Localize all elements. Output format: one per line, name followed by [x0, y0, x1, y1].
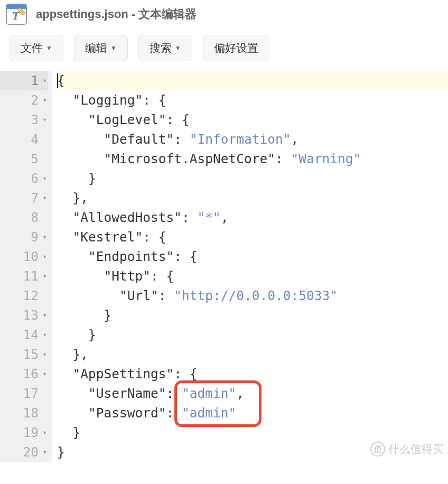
line-number: 3 — [17, 110, 39, 129]
line-number: 7 — [17, 188, 39, 208]
gutter-row[interactable]: 9▾ — [0, 227, 48, 247]
fold-toggle-icon[interactable]: ▾ — [41, 345, 47, 364]
fold-toggle-icon[interactable]: ▾ — [41, 442, 47, 462]
search-menu-label: 搜索 — [150, 41, 172, 55]
code-line: "UserName": "admin", — [57, 384, 448, 403]
line-number: 11 — [17, 266, 39, 286]
line-number: 1 — [17, 71, 39, 90]
edit-menu-label: 编辑 — [85, 41, 107, 55]
file-menu-button[interactable]: 文件 ▼ — [10, 35, 63, 61]
fold-toggle-icon[interactable]: ▾ — [41, 110, 47, 129]
line-number: 15 — [17, 345, 39, 364]
window-title: appsettings.json - 文本编辑器 — [36, 6, 197, 22]
search-menu-button[interactable]: 搜索 ▼ — [138, 35, 192, 61]
gutter-row[interactable]: 11▾ — [0, 266, 48, 286]
preferences-label: 偏好设置 — [214, 41, 258, 55]
code-line: "AllowedHosts": "*", — [57, 208, 448, 227]
line-number: 4 — [17, 129, 39, 149]
fold-toggle-icon[interactable]: ▾ — [41, 266, 47, 286]
code-line: { — [57, 71, 448, 90]
fold-toggle-icon[interactable]: ▾ — [41, 325, 47, 345]
gutter-row[interactable]: 3▾ — [0, 110, 48, 129]
code-area[interactable]: { "Logging": { "LogLevel": { "Default": … — [52, 71, 448, 462]
fold-toggle-icon[interactable]: ▾ — [41, 169, 47, 188]
line-number: 17 — [17, 384, 39, 403]
code-line: "Url": "http://0.0.0.0:5033" — [57, 286, 448, 305]
watermark-icon: 值 — [370, 442, 385, 457]
line-number: 13 — [17, 305, 39, 325]
fold-toggle-icon[interactable]: ▾ — [41, 423, 47, 442]
code-line: "Default": "Information", — [57, 129, 448, 149]
line-number: 20 — [17, 442, 39, 462]
code-line: "AppSettings": { — [57, 364, 448, 384]
gutter-row[interactable]: 17 — [0, 384, 48, 403]
gutter-row[interactable]: 14▾ — [0, 325, 48, 345]
code-line: "LogLevel": { — [57, 110, 448, 129]
toolbar: 文件 ▼ 编辑 ▼ 搜索 ▼ 偏好设置 — [0, 35, 448, 71]
file-menu-label: 文件 — [21, 41, 43, 55]
gutter-row[interactable]: 4 — [0, 129, 48, 149]
code-line: "Kestrel": { — [57, 227, 448, 247]
gutter-row[interactable]: 19▾ — [0, 423, 48, 442]
gutter-row[interactable]: 13▾ — [0, 305, 48, 325]
line-number: 5 — [17, 149, 39, 169]
code-line: "Logging": { — [57, 90, 448, 110]
code-line: } — [57, 169, 448, 188]
code-line: } — [57, 305, 448, 325]
code-line: "Endpoints": { — [57, 247, 448, 266]
line-number: 8 — [17, 208, 39, 227]
fold-toggle-icon[interactable]: ▾ — [41, 247, 47, 266]
gutter-row[interactable]: 8 — [0, 208, 48, 227]
gutter-row[interactable]: 2▾ — [0, 90, 48, 110]
line-number: 6 — [17, 169, 39, 188]
chevron-down-icon: ▼ — [175, 44, 181, 52]
fold-toggle-icon[interactable]: ▾ — [41, 188, 47, 208]
gutter: 1▾2▾3▾456▾7▾89▾10▾11▾1213▾14▾15▾16▾17181… — [0, 71, 52, 462]
line-number: 16 — [17, 364, 39, 384]
gutter-row[interactable]: 20▾ — [0, 442, 48, 462]
code-line: }, — [57, 345, 448, 364]
gutter-row[interactable]: 12 — [0, 286, 48, 305]
fold-toggle-icon[interactable]: ▾ — [41, 305, 47, 325]
chevron-down-icon: ▼ — [110, 44, 117, 52]
line-number: 2 — [17, 90, 39, 110]
line-number: 18 — [17, 403, 39, 423]
chevron-down-icon: ▼ — [46, 44, 52, 52]
preferences-button[interactable]: 偏好设置 — [203, 35, 269, 61]
code-line: }, — [57, 188, 448, 208]
watermark: 值 什么值得买 — [370, 439, 444, 459]
code-line: "Http": { — [57, 266, 448, 286]
fold-toggle-icon[interactable]: ▾ — [41, 364, 47, 384]
editor: 1▾2▾3▾456▾7▾89▾10▾11▾1213▾14▾15▾16▾17181… — [0, 71, 448, 462]
edit-menu-button[interactable]: 编辑 ▼ — [74, 35, 128, 61]
app-icon: T — [5, 3, 27, 25]
gutter-row[interactable]: 6▾ — [0, 169, 48, 188]
gutter-row[interactable]: 15▾ — [0, 345, 48, 364]
code-line: "Microsoft.AspNetCore": "Warning" — [57, 149, 448, 169]
fold-toggle-icon[interactable]: ▾ — [41, 227, 47, 247]
gutter-row[interactable]: 1▾ — [0, 71, 48, 90]
gutter-row[interactable]: 16▾ — [0, 364, 48, 384]
title-bar: T appsettings.json - 文本编辑器 — [0, 0, 448, 35]
fold-toggle-icon[interactable]: ▾ — [41, 71, 47, 90]
watermark-text: 什么值得买 — [388, 439, 444, 459]
code-line: "Password": "admin" — [57, 403, 448, 423]
gutter-row[interactable]: 7▾ — [0, 188, 48, 208]
line-number: 14 — [17, 325, 39, 345]
code-line: } — [57, 325, 448, 345]
line-number: 12 — [17, 286, 39, 305]
fold-toggle-icon[interactable]: ▾ — [41, 90, 47, 110]
gutter-row[interactable]: 10▾ — [0, 247, 48, 266]
line-number: 10 — [17, 247, 39, 266]
line-number: 19 — [17, 423, 39, 442]
gutter-row[interactable]: 18 — [0, 403, 48, 423]
line-number: 9 — [17, 227, 39, 247]
gutter-row[interactable]: 5 — [0, 149, 48, 169]
